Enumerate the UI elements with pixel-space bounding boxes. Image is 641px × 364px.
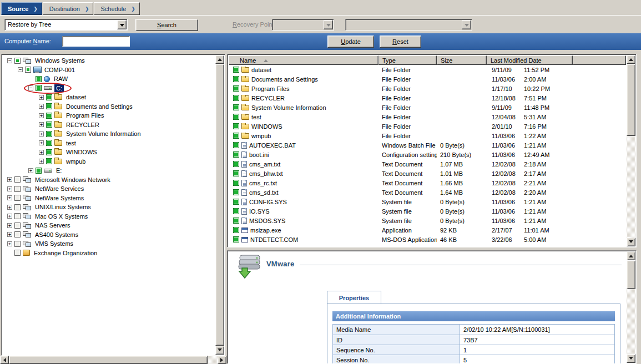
file-row[interactable]: cms_bhw.txtText Document1.01 MB12/02/082… <box>229 169 626 178</box>
tab-destination[interactable]: Destination❯ <box>43 2 94 15</box>
expand-icon[interactable]: + <box>7 214 12 219</box>
expand-icon[interactable]: + <box>7 241 12 246</box>
expand-icon[interactable]: + <box>39 140 44 145</box>
file-row[interactable]: boot.iniConfiguration settings210 Byte(s… <box>229 150 626 159</box>
tree-checkbox[interactable] <box>46 140 52 146</box>
tree-checkbox[interactable] <box>46 158 52 164</box>
tree-checkbox[interactable] <box>14 186 21 192</box>
row-checkbox[interactable] <box>233 218 239 224</box>
file-row[interactable]: Documents and SettingsFile Folder11/03/0… <box>229 74 626 84</box>
restore-mode-dropdown-icon[interactable] <box>117 20 127 29</box>
tree-item[interactable]: +E: <box>3 166 215 175</box>
tree-item[interactable]: +RECYCLER <box>3 120 215 130</box>
tree-item[interactable]: +VMS Systems <box>3 239 215 249</box>
tree-item[interactable]: +Documents and Settings <box>3 102 215 112</box>
row-checkbox[interactable] <box>233 142 239 148</box>
tree-item[interactable]: +wmpub <box>3 157 215 166</box>
expand-icon[interactable]: + <box>39 104 44 109</box>
row-checkbox[interactable] <box>233 227 239 233</box>
tree-item[interactable]: −C: <box>3 84 215 93</box>
column-header-size[interactable]: Size <box>437 55 487 65</box>
row-checkbox[interactable] <box>233 104 239 110</box>
row-checkbox[interactable] <box>233 189 239 195</box>
tree-checkbox[interactable] <box>14 204 21 210</box>
row-checkbox[interactable] <box>233 123 239 129</box>
row-checkbox[interactable] <box>233 161 239 167</box>
column-header-last-modified[interactable]: Last Modified Date <box>487 55 573 65</box>
column-header-name[interactable]: Name <box>229 55 378 65</box>
tree-checkbox[interactable] <box>46 113 52 119</box>
tree-checkbox[interactable] <box>36 76 42 82</box>
tree-checkbox[interactable] <box>46 122 52 128</box>
tree-item[interactable]: +Microsoft Windows Network <box>3 175 215 185</box>
collapse-icon[interactable]: − <box>7 58 12 63</box>
tree-item[interactable]: +Program Files <box>3 111 215 120</box>
row-checkbox[interactable] <box>233 95 239 101</box>
row-checkbox[interactable] <box>233 236 239 242</box>
row-checkbox[interactable] <box>233 199 239 205</box>
expand-icon[interactable]: + <box>39 113 44 118</box>
tree-item[interactable]: +AS400 Systems <box>3 230 215 240</box>
file-row[interactable]: msizap.exeApplication92 KB2/17/0711:01 A… <box>229 225 626 235</box>
row-checkbox[interactable] <box>233 180 239 186</box>
file-row[interactable]: testFile Folder12/04/085:31 AM <box>229 112 626 122</box>
tree-checkbox[interactable] <box>36 168 42 174</box>
file-row[interactable]: AUTOEXEC.BATWindows Batch File0 Byte(s)1… <box>229 140 626 150</box>
file-row[interactable]: RECYCLERFile Folder12/18/087:51 PM <box>229 93 626 103</box>
properties-vertical-scrollbar[interactable] <box>627 251 635 363</box>
scroll-down-button[interactable] <box>215 346 224 355</box>
row-checkbox[interactable] <box>233 76 239 82</box>
tree-checkbox[interactable] <box>36 85 42 91</box>
scroll-up-button[interactable] <box>215 55 224 64</box>
collapse-icon[interactable]: − <box>18 67 23 72</box>
update-button[interactable]: Update <box>327 36 374 48</box>
tree-checkbox[interactable] <box>46 94 52 100</box>
expand-icon[interactable]: + <box>39 150 44 155</box>
expand-icon[interactable]: + <box>7 195 12 200</box>
tree-item[interactable]: +Mac OS X Systems <box>3 212 215 221</box>
reset-button[interactable]: Reset <box>380 36 421 48</box>
file-row[interactable]: CONFIG.SYSSystem file0 Byte(s)11/03/061:… <box>229 197 626 206</box>
file-row[interactable]: IO.SYSSystem file0 Byte(s)11/03/061:21 A… <box>229 206 626 216</box>
tree-checkbox[interactable] <box>46 103 52 109</box>
row-checkbox[interactable] <box>233 133 239 139</box>
file-row[interactable]: datasetFile Folder9/11/0911:52 PM <box>229 65 626 74</box>
row-checkbox[interactable] <box>233 151 239 158</box>
tree-item[interactable]: +dataset <box>3 93 215 102</box>
tree-checkbox[interactable] <box>14 195 21 201</box>
expand-icon[interactable]: + <box>39 132 44 136</box>
scroll-left-button[interactable] <box>0 356 9 364</box>
file-row[interactable]: ntldrFile289 KB11/01/076:52 AM <box>229 244 626 246</box>
file-row[interactable]: Program FilesFile Folder1/17/1010:22 PM <box>229 84 626 93</box>
tree-checkbox[interactable] <box>46 131 52 137</box>
row-checkbox[interactable] <box>233 114 239 120</box>
tree-checkbox[interactable] <box>14 223 21 229</box>
tree-item[interactable]: RAW <box>3 74 215 84</box>
tab-source[interactable]: Source❯ <box>1 2 42 15</box>
file-row[interactable]: cms_am.txtText Document1.07 MB12/02/082:… <box>229 159 626 169</box>
tree-checkbox[interactable] <box>14 241 21 247</box>
scroll-down-button[interactable] <box>627 237 635 246</box>
expand-icon[interactable]: + <box>7 186 12 191</box>
file-row[interactable]: cms_sd.txtText Document1.64 MB12/02/082:… <box>229 188 626 197</box>
tree-item[interactable]: +NAS Servers <box>3 221 215 230</box>
tree-horizontal-scrollbar[interactable] <box>0 356 226 364</box>
expand-icon[interactable]: + <box>39 122 44 127</box>
tree-item[interactable]: Exchange Organization <box>3 249 215 258</box>
tree-checkbox[interactable] <box>14 176 21 183</box>
expand-icon[interactable]: + <box>39 159 44 164</box>
scroll-down-button[interactable] <box>627 354 635 363</box>
collapse-icon[interactable]: − <box>28 85 33 90</box>
expand-icon[interactable]: + <box>7 177 12 182</box>
scroll-thumb[interactable] <box>215 64 224 346</box>
tree-checkbox[interactable] <box>14 213 21 219</box>
scroll-thumb[interactable] <box>9 356 208 364</box>
tree-item[interactable]: +NetWare Systems <box>3 194 215 203</box>
tree-vertical-scrollbar[interactable] <box>215 55 224 355</box>
tree-item[interactable]: +UNIX/Linux Systems <box>3 203 215 212</box>
expand-icon[interactable]: + <box>7 223 12 228</box>
tree-checkbox[interactable] <box>14 231 21 237</box>
tree-checkbox[interactable] <box>25 67 31 73</box>
tree-item[interactable]: +NetWare Services <box>3 184 215 194</box>
row-checkbox[interactable] <box>233 208 239 214</box>
